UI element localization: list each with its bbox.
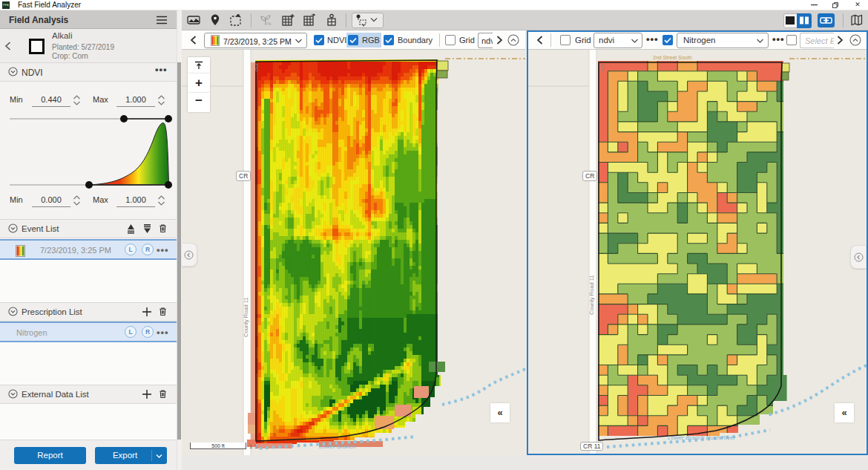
svg-text:Lower Branch Rush River: Lower Branch Rush River bbox=[668, 434, 735, 441]
svg-text:Lower Branch: Lower Branch bbox=[319, 443, 356, 450]
svg-text:%: % bbox=[267, 22, 272, 26]
svg-text:2nd Street South: 2nd Street South bbox=[653, 55, 692, 60]
